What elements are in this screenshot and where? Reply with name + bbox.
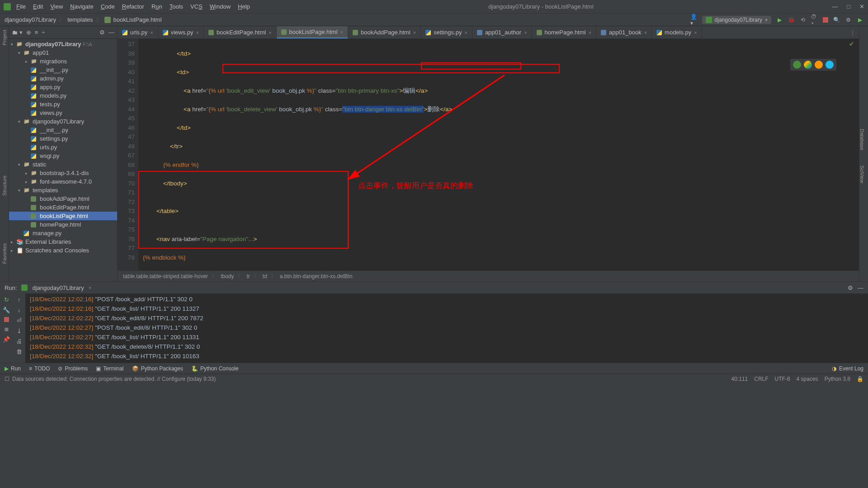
close-tab-icon[interactable]: ×	[340, 29, 343, 35]
tree-folder-project[interactable]: ▾djangoday07Library	[9, 117, 117, 126]
breadcrumb-folder[interactable]: templates	[67, 16, 93, 23]
tabs-dropdown-icon[interactable]: ⋮	[850, 29, 855, 36]
hide-panel-icon[interactable]: —	[108, 29, 114, 36]
menu-edit[interactable]: Edit	[33, 3, 43, 10]
tree-folder[interactable]: ▸bootstrap-3.4.1-dis	[9, 169, 117, 177]
tree-external-libs[interactable]: ▸📚External Libraries	[9, 237, 117, 246]
editor-tab[interactable]: bookAddPage.html×	[348, 26, 421, 38]
project-view-selector[interactable]: 🖿 ▾	[12, 29, 23, 36]
file-encoding[interactable]: UTF-8	[775, 376, 790, 382]
tree-file[interactable]: views.py	[9, 109, 117, 117]
tree-folder-app01[interactable]: ▾app01	[9, 48, 117, 57]
expand-icon[interactable]: ≡	[35, 29, 38, 36]
code-breadcrumb-item[interactable]: tr	[246, 273, 250, 280]
down-stack-icon[interactable]: ↓	[18, 307, 21, 313]
collapse-icon[interactable]: ÷	[42, 29, 45, 36]
search-everywhere-icon[interactable]: 🔍	[833, 16, 840, 24]
code-breadcrumb-item[interactable]: a.btn.btn-danger.btn-xs.delBtn	[280, 273, 353, 280]
editor-tab[interactable]: bookEditPage.html×	[204, 26, 277, 38]
favorites-tool-tab[interactable]: Favorites	[2, 243, 7, 264]
close-tab-icon[interactable]: ×	[589, 30, 591, 35]
menu-file[interactable]: File	[16, 3, 26, 10]
tree-folder-static[interactable]: ▾static	[9, 160, 117, 169]
chrome-icon[interactable]	[804, 61, 812, 69]
run-button-icon[interactable]: ▶	[776, 16, 783, 24]
problems-tool-tab[interactable]: ⊘ Problems	[58, 365, 88, 372]
close-run-tab-icon[interactable]: ×	[89, 285, 91, 290]
up-stack-icon[interactable]: ↑	[18, 296, 21, 303]
event-log-tab[interactable]: Event Log	[839, 365, 863, 372]
close-tab-icon[interactable]: ×	[694, 30, 697, 35]
tree-file[interactable]: manage.py	[9, 229, 117, 237]
minimize-run-panel-icon[interactable]: —	[858, 284, 863, 291]
close-tab-icon[interactable]: ×	[464, 30, 467, 35]
menu-view[interactable]: View	[50, 3, 63, 10]
debug-button-icon[interactable]: 🐞	[788, 16, 795, 24]
editor-tab[interactable]: urls.py×	[118, 26, 158, 38]
editor-tab[interactable]: views.py×	[158, 26, 204, 38]
close-icon[interactable]: ✕	[859, 3, 864, 10]
breadcrumb-root[interactable]: djangoday07Library	[5, 16, 56, 23]
menu-refactor[interactable]: Refactor	[122, 3, 144, 10]
editor-tab[interactable]: bookListPage.html×	[277, 26, 348, 38]
lock-icon[interactable]: 🔒	[857, 376, 863, 382]
breadcrumb-file[interactable]: bookListPage.html	[113, 16, 162, 23]
run-tab-label[interactable]: djangoday07Library	[32, 284, 84, 291]
minimize-icon[interactable]: —	[832, 3, 838, 10]
tree-folder[interactable]: ▸font-awesome-4.7.0	[9, 177, 117, 186]
run-config-selector[interactable]: djangoday07Library ▾	[702, 16, 771, 24]
project-tool-tab[interactable]: Project	[2, 30, 7, 45]
tree-scratches[interactable]: ▸📋Scratches and Consoles	[9, 246, 117, 255]
terminal-tool-tab[interactable]: ▣ Terminal	[96, 365, 123, 372]
tree-file[interactable]: tests.py	[9, 100, 117, 109]
status-message[interactable]: Data sources detected: Connection proper…	[12, 376, 216, 382]
coverage-icon[interactable]: ⟲	[799, 16, 807, 24]
menu-tools[interactable]: Tools	[170, 3, 183, 10]
editor-tab[interactable]: homePage.html×	[532, 26, 597, 38]
menu-vcs[interactable]: VCS	[190, 3, 203, 10]
editor-tab[interactable]: app01_book×	[596, 26, 652, 38]
close-tab-icon[interactable]: ×	[644, 30, 647, 35]
tree-file[interactable]: settings.py	[9, 134, 117, 143]
tree-file[interactable]: __init__.py	[9, 66, 117, 74]
stop-run-icon[interactable]	[4, 317, 9, 322]
run-tool-tab[interactable]: ▶Run	[5, 365, 21, 372]
tree-file[interactable]: apps.py	[9, 83, 117, 91]
run-console[interactable]: [18/Dec/2022 12:02:16] "POST /book_add/ …	[25, 294, 868, 363]
close-tab-icon[interactable]: ×	[196, 30, 199, 35]
update-icon[interactable]: ▶	[856, 16, 863, 24]
stop-button-icon[interactable]	[823, 17, 828, 23]
restore-layout-icon[interactable]: ≣	[4, 326, 9, 332]
menu-help[interactable]: Help	[238, 3, 250, 10]
code-breadcrumb-item[interactable]: table.table.table-striped.table-hover	[123, 273, 208, 280]
gear-icon[interactable]: ⚙	[99, 29, 105, 36]
tree-file[interactable]: homePage.html	[9, 220, 117, 229]
tree-file-selected[interactable]: bookListPage.html	[9, 212, 117, 220]
tree-file[interactable]: bookAddPage.html	[9, 194, 117, 203]
locate-icon[interactable]: ⊕	[26, 29, 31, 36]
menu-navigate[interactable]: Navigate	[70, 3, 93, 10]
run-settings-icon[interactable]: ⚙	[848, 284, 853, 291]
code-content[interactable]: </td> <td> <a href="{% url 'book_edit_vi…	[138, 39, 859, 270]
menu-run[interactable]: Run	[151, 3, 162, 10]
line-separator[interactable]: CRLF	[754, 376, 768, 382]
cursor-position[interactable]: 40:111	[731, 376, 748, 382]
indent-setting[interactable]: 4 spaces	[797, 376, 818, 382]
close-tab-icon[interactable]: ×	[150, 30, 153, 35]
inspection-ok-icon[interactable]: ✔	[849, 40, 854, 49]
sciview-tool-tab[interactable]: SciView	[859, 166, 865, 183]
tree-file[interactable]: models.py	[9, 91, 117, 100]
rerun-icon[interactable]: ↻	[4, 296, 9, 303]
firefox-icon[interactable]	[815, 61, 823, 69]
scroll-end-icon[interactable]: ⤓	[17, 327, 22, 334]
tree-file[interactable]: __init__.py	[9, 126, 117, 134]
structure-tool-tab[interactable]: Structure	[2, 175, 7, 196]
edge-icon[interactable]	[826, 61, 834, 69]
tree-file[interactable]: urls.py	[9, 143, 117, 152]
tree-root[interactable]: ▾djangoday07LibraryF:\A	[9, 40, 117, 48]
status-hint-icon[interactable]: ☐	[5, 376, 9, 382]
tree-file[interactable]: admin.py	[9, 74, 117, 83]
user-icon[interactable]: 👤▾	[690, 16, 698, 24]
maximize-icon[interactable]: □	[847, 3, 850, 10]
code-breadcrumb-item[interactable]: tbody	[221, 273, 234, 280]
